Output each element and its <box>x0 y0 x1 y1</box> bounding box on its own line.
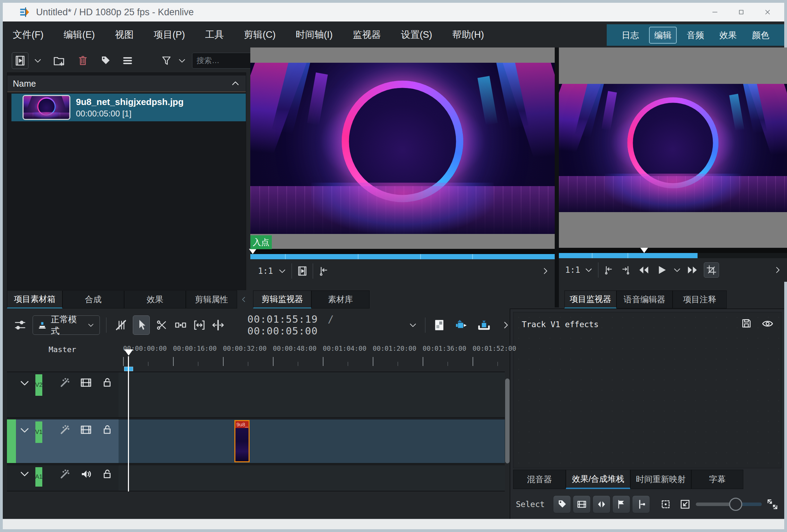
filter-dropdown-icon[interactable] <box>178 56 187 65</box>
menu-tools[interactable]: 工具 <box>195 28 234 41</box>
collapse-track-icon[interactable] <box>19 377 31 389</box>
tab-project-bin[interactable]: 项目素材箱 <box>7 290 62 308</box>
zoom-out-icon[interactable] <box>679 498 691 510</box>
timeline-vertical-scrollbar[interactable] <box>505 378 510 463</box>
menu-timeline[interactable]: 时间轴(I) <box>286 28 343 41</box>
project-controls-overflow-icon[interactable] <box>773 265 782 274</box>
edit-mode-dropdown[interactable]: 正常模式 <box>33 315 100 335</box>
menu-help[interactable]: 帮助(H) <box>442 28 494 41</box>
clip-controls-overflow-icon[interactable] <box>541 267 550 276</box>
tab-project-monitor[interactable]: 项目监视器 <box>564 290 616 308</box>
clip-monitor-zoombar[interactable] <box>250 254 555 259</box>
filter-flag-button[interactable] <box>612 495 630 513</box>
timeline-playhead-marker[interactable] <box>124 349 133 356</box>
menu-edit[interactable]: 编辑(E) <box>53 28 105 41</box>
bin-list-header[interactable]: Name <box>7 76 246 92</box>
minimize-button[interactable] <box>702 3 728 21</box>
rewind-icon[interactable] <box>638 264 650 276</box>
monitor-splitter[interactable] <box>555 47 559 307</box>
insert-zone-icon[interactable] <box>455 318 468 332</box>
timecode-dropdown-icon[interactable] <box>408 321 417 330</box>
set-out-point-icon[interactable] <box>621 265 631 275</box>
project-zoom-dropdown-icon[interactable] <box>584 265 593 274</box>
ripple-tool[interactable] <box>210 315 226 335</box>
project-monitor-playhead[interactable] <box>640 248 648 253</box>
filter-video-button[interactable] <box>573 495 591 513</box>
workspace-audio[interactable]: 音频 <box>682 27 709 44</box>
menu-clip[interactable]: 剪辑(C) <box>234 28 285 41</box>
tab-subtitles[interactable]: 字幕 <box>691 470 743 489</box>
timeline-clip[interactable]: 9u8_ <box>234 420 250 462</box>
show-video-icon[interactable] <box>80 424 92 436</box>
track-v1-lane[interactable]: 9u8_ <box>119 419 505 463</box>
timeline-toolbar-overflow-icon[interactable] <box>501 320 511 330</box>
close-button[interactable] <box>754 3 781 21</box>
tab-library[interactable]: 素材库 <box>311 290 370 308</box>
workspace-effects[interactable]: 效果 <box>714 27 742 44</box>
workspace-logging[interactable]: 日志 <box>616 27 644 44</box>
sort-ascending-icon[interactable] <box>231 79 240 88</box>
zoom-slider[interactable] <box>696 503 762 506</box>
tab-clip-properties[interactable]: 剪辑属性 <box>186 290 237 308</box>
track-effects-icon[interactable] <box>59 376 71 388</box>
timeline-settings-icon[interactable] <box>14 319 26 331</box>
lock-track-icon[interactable] <box>101 468 113 480</box>
tag-icon[interactable] <box>100 55 111 66</box>
workspace-color[interactable]: 颜色 <box>747 27 775 44</box>
collapse-track-icon[interactable] <box>19 468 31 480</box>
tab-compositions[interactable]: 合成 <box>62 290 124 308</box>
bin-clip-row[interactable]: 9u8_net_shigjxedpsh.jpg 00:00:05:00 [1] <box>11 94 246 121</box>
filter-transitions-button[interactable] <box>593 495 611 513</box>
filter-icon[interactable] <box>161 55 172 66</box>
menu-view[interactable]: 视图 <box>105 28 144 41</box>
timecode-display[interactable]: 00:01:55:19 / 00:00:05:00 <box>248 313 403 337</box>
tab-effects[interactable]: 效果 <box>124 290 186 308</box>
filter-marker-button[interactable] <box>632 495 650 513</box>
track-a1-header[interactable]: A1 <box>7 465 119 491</box>
tab-clip-monitor[interactable]: 剪辑监视器 <box>253 290 311 308</box>
project-monitor-ruler[interactable] <box>559 248 787 253</box>
save-effect-stack-icon[interactable] <box>741 318 752 329</box>
zoom-fit-icon[interactable] <box>660 498 672 510</box>
mixer-icon[interactable] <box>433 319 446 331</box>
play-dropdown-icon[interactable] <box>673 265 682 274</box>
lock-track-icon[interactable] <box>101 424 113 435</box>
timeline-ruler[interactable]: 00:00:00:00 00:00:16:00 00:00:32:00 00:0… <box>123 340 510 372</box>
add-clip-dropdown-icon[interactable] <box>33 56 42 65</box>
track-v2-lane[interactable] <box>119 372 505 417</box>
track-effects-icon[interactable] <box>59 468 71 480</box>
tabs-scroll-left-icon[interactable] <box>240 296 248 303</box>
show-effects-icon[interactable] <box>762 318 773 330</box>
play-icon[interactable] <box>656 264 668 276</box>
clip-monitor-ruler[interactable] <box>250 249 555 254</box>
track-effects-icon[interactable] <box>59 424 71 435</box>
workspace-editing[interactable]: 编辑 <box>649 27 677 44</box>
project-monitor-zoombar[interactable] <box>559 253 787 258</box>
selection-tool[interactable] <box>133 315 150 335</box>
zoom-in-icon[interactable] <box>767 498 778 510</box>
create-folder-icon[interactable] <box>53 54 65 67</box>
clip-zoom-dropdown-icon[interactable] <box>278 267 287 276</box>
menu-monitor[interactable]: 监视器 <box>343 28 391 41</box>
add-clip-button[interactable] <box>12 52 28 69</box>
collapse-track-icon[interactable] <box>19 424 31 436</box>
mute-track-icon[interactable] <box>80 468 92 480</box>
menu-project[interactable]: 项目(P) <box>144 28 195 41</box>
tab-mixer[interactable]: 混音器 <box>513 470 566 489</box>
tab-project-notes[interactable]: 项目注释 <box>673 290 727 308</box>
maximize-button[interactable] <box>728 3 754 21</box>
master-track-label[interactable]: Master <box>31 345 94 354</box>
menu-file[interactable]: 文件(F) <box>3 28 53 41</box>
show-video-icon[interactable] <box>80 376 92 389</box>
track-v2-header[interactable]: V2 <box>7 372 119 417</box>
tab-time-remap[interactable]: 时间重新映射 <box>630 470 691 489</box>
overwrite-zone-icon[interactable] <box>477 319 491 332</box>
zoom-slider-handle[interactable] <box>729 498 742 511</box>
clip-monitor-playhead[interactable] <box>249 249 257 254</box>
slip-tool[interactable] <box>191 315 208 335</box>
menu-settings[interactable]: 设置(S) <box>391 28 442 41</box>
razor-tool[interactable] <box>153 315 170 335</box>
track-v1-header[interactable]: V1 <box>7 419 119 463</box>
go-to-in-point-icon[interactable] <box>318 265 329 277</box>
filter-tag-button[interactable] <box>553 495 571 513</box>
